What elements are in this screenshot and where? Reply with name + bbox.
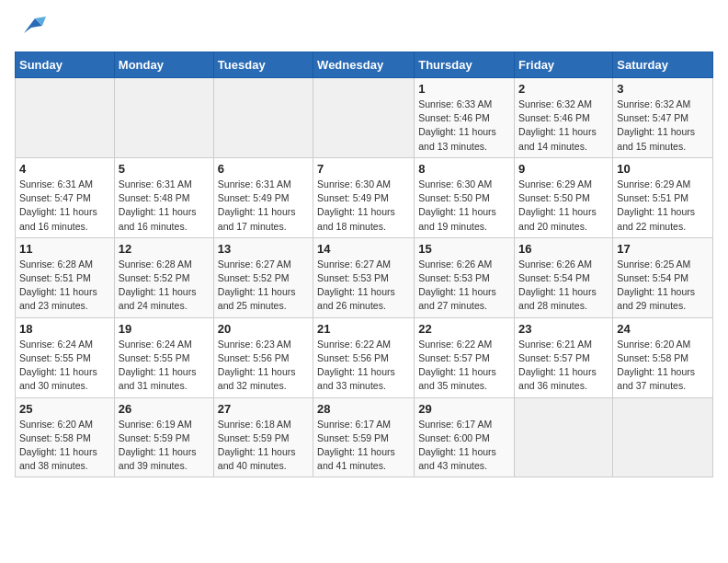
calendar-week-row: 1Sunrise: 6:33 AM Sunset: 5:46 PM Daylig…: [16, 78, 713, 158]
day-info: Sunrise: 6:22 AM Sunset: 5:56 PM Dayligh…: [317, 338, 410, 394]
day-info: Sunrise: 6:17 AM Sunset: 6:00 PM Dayligh…: [418, 418, 510, 474]
calendar-cell: 23Sunrise: 6:21 AM Sunset: 5:57 PM Dayli…: [515, 317, 613, 397]
column-header-sunday: Sunday: [16, 52, 115, 78]
calendar-week-row: 18Sunrise: 6:24 AM Sunset: 5:55 PM Dayli…: [16, 317, 713, 397]
calendar-cell: 17Sunrise: 6:25 AM Sunset: 5:54 PM Dayli…: [613, 237, 713, 317]
day-number: 17: [617, 242, 709, 256]
logo-bird-icon: [17, 15, 46, 40]
calendar-cell: [213, 78, 313, 158]
day-info: Sunrise: 6:28 AM Sunset: 5:52 PM Dayligh…: [119, 258, 210, 314]
day-number: 15: [418, 242, 510, 256]
day-info: Sunrise: 6:30 AM Sunset: 5:49 PM Dayligh…: [317, 178, 410, 234]
day-info: Sunrise: 6:25 AM Sunset: 5:54 PM Dayligh…: [617, 258, 709, 314]
day-info: Sunrise: 6:21 AM Sunset: 5:57 PM Dayligh…: [518, 338, 609, 394]
calendar-cell: [16, 78, 115, 158]
day-number: 22: [418, 322, 510, 336]
calendar-cell: 15Sunrise: 6:26 AM Sunset: 5:53 PM Dayli…: [415, 237, 515, 317]
day-number: 28: [317, 402, 410, 416]
day-info: Sunrise: 6:22 AM Sunset: 5:57 PM Dayligh…: [418, 338, 510, 394]
day-number: 12: [119, 242, 210, 256]
column-header-monday: Monday: [114, 52, 213, 78]
calendar-cell: 5Sunrise: 6:31 AM Sunset: 5:48 PM Daylig…: [114, 157, 213, 237]
column-header-wednesday: Wednesday: [313, 52, 415, 78]
day-number: 2: [518, 82, 609, 96]
day-info: Sunrise: 6:19 AM Sunset: 5:59 PM Dayligh…: [119, 418, 210, 474]
day-info: Sunrise: 6:26 AM Sunset: 5:54 PM Dayligh…: [518, 258, 609, 314]
calendar-cell: 27Sunrise: 6:18 AM Sunset: 5:59 PM Dayli…: [213, 397, 313, 477]
calendar-cell: 4Sunrise: 6:31 AM Sunset: 5:47 PM Daylig…: [16, 157, 115, 237]
calendar-cell: 16Sunrise: 6:26 AM Sunset: 5:54 PM Dayli…: [515, 237, 613, 317]
day-number: 6: [218, 162, 309, 176]
day-info: Sunrise: 6:18 AM Sunset: 5:59 PM Dayligh…: [218, 418, 309, 474]
calendar-cell: 19Sunrise: 6:24 AM Sunset: 5:55 PM Dayli…: [114, 317, 213, 397]
calendar-cell: 10Sunrise: 6:29 AM Sunset: 5:51 PM Dayli…: [613, 157, 713, 237]
calendar-week-row: 25Sunrise: 6:20 AM Sunset: 5:58 PM Dayli…: [16, 397, 713, 477]
logo: [15, 15, 46, 44]
page-header: [15, 15, 713, 44]
day-number: 14: [317, 242, 410, 256]
calendar-cell: 18Sunrise: 6:24 AM Sunset: 5:55 PM Dayli…: [16, 317, 115, 397]
calendar-cell: 12Sunrise: 6:28 AM Sunset: 5:52 PM Dayli…: [114, 237, 213, 317]
calendar-cell: 21Sunrise: 6:22 AM Sunset: 5:56 PM Dayli…: [313, 317, 415, 397]
day-info: Sunrise: 6:31 AM Sunset: 5:49 PM Dayligh…: [218, 178, 309, 234]
day-number: 11: [19, 242, 110, 256]
calendar-cell: 6Sunrise: 6:31 AM Sunset: 5:49 PM Daylig…: [213, 157, 313, 237]
day-info: Sunrise: 6:31 AM Sunset: 5:47 PM Dayligh…: [19, 178, 110, 234]
calendar-cell: [313, 78, 415, 158]
day-info: Sunrise: 6:27 AM Sunset: 5:53 PM Dayligh…: [317, 258, 410, 314]
column-header-friday: Friday: [515, 52, 613, 78]
day-number: 27: [218, 402, 309, 416]
calendar-cell: 13Sunrise: 6:27 AM Sunset: 5:52 PM Dayli…: [213, 237, 313, 317]
day-number: 4: [19, 162, 110, 176]
day-number: 21: [317, 322, 410, 336]
calendar-cell: 9Sunrise: 6:29 AM Sunset: 5:50 PM Daylig…: [515, 157, 613, 237]
calendar-cell: 25Sunrise: 6:20 AM Sunset: 5:58 PM Dayli…: [16, 397, 115, 477]
day-info: Sunrise: 6:20 AM Sunset: 5:58 PM Dayligh…: [617, 338, 709, 394]
day-info: Sunrise: 6:23 AM Sunset: 5:56 PM Dayligh…: [218, 338, 309, 394]
day-info: Sunrise: 6:29 AM Sunset: 5:50 PM Dayligh…: [518, 178, 609, 234]
day-info: Sunrise: 6:24 AM Sunset: 5:55 PM Dayligh…: [119, 338, 210, 394]
calendar-header-row: SundayMondayTuesdayWednesdayThursdayFrid…: [16, 52, 713, 78]
day-info: Sunrise: 6:29 AM Sunset: 5:51 PM Dayligh…: [617, 178, 709, 234]
calendar-cell: 22Sunrise: 6:22 AM Sunset: 5:57 PM Dayli…: [415, 317, 515, 397]
calendar-cell: 24Sunrise: 6:20 AM Sunset: 5:58 PM Dayli…: [613, 317, 713, 397]
logo-general: [15, 15, 46, 44]
column-header-saturday: Saturday: [613, 52, 713, 78]
calendar-week-row: 4Sunrise: 6:31 AM Sunset: 5:47 PM Daylig…: [16, 157, 713, 237]
calendar-cell: 11Sunrise: 6:28 AM Sunset: 5:51 PM Dayli…: [16, 237, 115, 317]
day-number: 19: [119, 322, 210, 336]
calendar-cell: 20Sunrise: 6:23 AM Sunset: 5:56 PM Dayli…: [213, 317, 313, 397]
day-number: 5: [119, 162, 210, 176]
calendar-table: SundayMondayTuesdayWednesdayThursdayFrid…: [15, 52, 713, 477]
day-number: 1: [418, 82, 510, 96]
calendar-cell: [114, 78, 213, 158]
day-info: Sunrise: 6:17 AM Sunset: 5:59 PM Dayligh…: [317, 418, 410, 474]
day-info: Sunrise: 6:30 AM Sunset: 5:50 PM Dayligh…: [418, 178, 510, 234]
day-number: 9: [518, 162, 609, 176]
calendar-cell: 29Sunrise: 6:17 AM Sunset: 6:00 PM Dayli…: [415, 397, 515, 477]
day-number: 23: [518, 322, 609, 336]
calendar-cell: 26Sunrise: 6:19 AM Sunset: 5:59 PM Dayli…: [114, 397, 213, 477]
column-header-thursday: Thursday: [415, 52, 515, 78]
day-number: 13: [218, 242, 309, 256]
day-info: Sunrise: 6:33 AM Sunset: 5:46 PM Dayligh…: [418, 98, 510, 154]
day-info: Sunrise: 6:27 AM Sunset: 5:52 PM Dayligh…: [218, 258, 309, 314]
day-number: 7: [317, 162, 410, 176]
calendar-cell: 1Sunrise: 6:33 AM Sunset: 5:46 PM Daylig…: [415, 78, 515, 158]
day-number: 18: [19, 322, 110, 336]
day-info: Sunrise: 6:26 AM Sunset: 5:53 PM Dayligh…: [418, 258, 510, 314]
calendar-cell: 3Sunrise: 6:32 AM Sunset: 5:47 PM Daylig…: [613, 78, 713, 158]
calendar-cell: 14Sunrise: 6:27 AM Sunset: 5:53 PM Dayli…: [313, 237, 415, 317]
day-number: 29: [418, 402, 510, 416]
day-number: 3: [617, 82, 709, 96]
day-number: 16: [518, 242, 609, 256]
day-info: Sunrise: 6:32 AM Sunset: 5:47 PM Dayligh…: [617, 98, 709, 154]
calendar-cell: [515, 397, 613, 477]
day-info: Sunrise: 6:32 AM Sunset: 5:46 PM Dayligh…: [518, 98, 609, 154]
calendar-cell: 7Sunrise: 6:30 AM Sunset: 5:49 PM Daylig…: [313, 157, 415, 237]
day-info: Sunrise: 6:28 AM Sunset: 5:51 PM Dayligh…: [19, 258, 110, 314]
day-number: 20: [218, 322, 309, 336]
day-number: 24: [617, 322, 709, 336]
calendar-cell: 2Sunrise: 6:32 AM Sunset: 5:46 PM Daylig…: [515, 78, 613, 158]
calendar-cell: 8Sunrise: 6:30 AM Sunset: 5:50 PM Daylig…: [415, 157, 515, 237]
